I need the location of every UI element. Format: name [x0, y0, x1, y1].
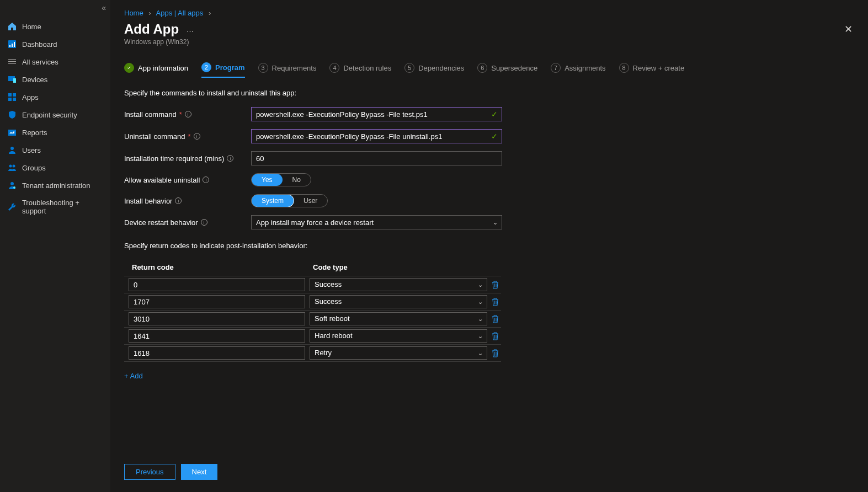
delete-icon[interactable]: [492, 280, 499, 289]
return-code-input[interactable]: [129, 329, 305, 343]
tab-requirements[interactable]: 3Requirements: [258, 62, 317, 78]
sidebar-item-devices[interactable]: Devices: [0, 71, 110, 88]
home-icon: [8, 22, 17, 31]
check-icon: [124, 63, 134, 73]
delete-icon[interactable]: [492, 314, 499, 323]
delete-icon[interactable]: [492, 331, 499, 340]
return-code-row: Success ⌄: [124, 293, 501, 310]
info-icon[interactable]: i: [227, 155, 233, 162]
code-type-select[interactable]: Soft reboot: [310, 312, 487, 325]
sidebar-item-label: Endpoint security: [22, 111, 77, 119]
sidebar-item-label: Users: [22, 146, 41, 154]
install-time-label: Installation time required (mins) i: [124, 154, 251, 163]
check-icon: ✓: [491, 110, 498, 119]
sidebar-item-groups[interactable]: Groups: [0, 159, 110, 177]
return-code-input[interactable]: [129, 278, 305, 291]
groups-icon: [8, 163, 17, 172]
sidebar-item-home[interactable]: Home: [0, 18, 110, 35]
tab-supersedence[interactable]: 6Supersedence: [477, 62, 537, 78]
close-icon[interactable]: ✕: [844, 23, 853, 35]
previous-button[interactable]: Previous: [124, 464, 175, 480]
info-icon[interactable]: i: [185, 111, 191, 117]
add-return-code-link[interactable]: + Add: [124, 372, 854, 380]
install-behavior-user[interactable]: User: [294, 195, 327, 207]
svg-rect-3: [8, 93, 12, 97]
sidebar-item-users[interactable]: Users: [0, 141, 110, 159]
sidebar-item-reports[interactable]: Reports: [0, 124, 110, 141]
chevron-right-icon: ›: [209, 9, 211, 17]
code-type-select[interactable]: Hard reboot: [310, 329, 487, 343]
install-time-input[interactable]: [251, 151, 502, 165]
wizard-tabs: App information2Program3Requirements4Det…: [110, 52, 868, 78]
install-command-input[interactable]: [251, 107, 502, 121]
sidebar-item-dashboard[interactable]: Dashboard: [0, 35, 110, 53]
tab-label: Program: [215, 63, 244, 72]
svg-point-10: [13, 165, 15, 168]
tab-detection-rules[interactable]: 4Detection rules: [329, 62, 391, 78]
tab-app-information[interactable]: App information: [124, 62, 188, 78]
restart-behavior-select[interactable]: App install may force a device restart: [251, 215, 502, 229]
info-icon[interactable]: i: [201, 219, 207, 226]
form-content: Specify the commands to install and unin…: [110, 78, 868, 456]
more-icon[interactable]: ⋯: [187, 27, 194, 35]
tab-dependencies[interactable]: 5Dependencies: [404, 62, 464, 78]
sidebar-item-tenant-administration[interactable]: Tenant administration: [0, 177, 110, 194]
breadcrumb-apps[interactable]: Apps | All apps: [156, 9, 204, 17]
info-icon[interactable]: i: [203, 177, 209, 183]
collapse-sidebar-icon[interactable]: «: [102, 3, 106, 12]
tab-program[interactable]: 2Program: [201, 62, 244, 78]
info-icon[interactable]: i: [194, 133, 200, 140]
breadcrumb-home[interactable]: Home: [124, 9, 143, 17]
restart-behavior-label: Device restart behavior i: [124, 218, 251, 227]
sidebar-item-label: Home: [22, 23, 41, 31]
tab-assignments[interactable]: 7Assignments: [551, 62, 605, 78]
sidebar-item-troubleshooting-support[interactable]: Troubleshooting + support: [0, 194, 110, 220]
step-number: 5: [404, 63, 414, 73]
chevron-right-icon: ›: [148, 9, 151, 17]
return-code-input[interactable]: [129, 295, 305, 308]
step-number: 8: [619, 63, 629, 73]
svg-rect-2: [13, 78, 16, 83]
return-code-row: Hard reboot ⌄: [124, 327, 501, 344]
sidebar-item-label: Devices: [22, 76, 47, 84]
step-number: 7: [551, 63, 561, 73]
next-button[interactable]: Next: [181, 464, 218, 480]
return-code-header: Return code: [132, 263, 313, 271]
delete-icon[interactable]: [492, 297, 499, 306]
return-code-input[interactable]: [129, 346, 305, 360]
tab-review-create[interactable]: 8Review + create: [619, 62, 685, 78]
code-type-select[interactable]: Success: [310, 295, 487, 308]
step-number: 6: [477, 63, 487, 73]
step-number: 2: [201, 62, 211, 72]
code-type-select[interactable]: Retry: [310, 346, 487, 360]
uninstall-command-label: Uninstall command* i: [124, 132, 251, 141]
sidebar-item-all-services[interactable]: All services: [0, 53, 110, 71]
section1-text: Specify the commands to install and unin…: [124, 89, 854, 97]
delete-icon[interactable]: [492, 349, 499, 357]
svg-point-11: [10, 182, 14, 185]
svg-rect-7: [8, 130, 16, 136]
admin-icon: [8, 181, 17, 190]
uninstall-command-input[interactable]: [251, 129, 502, 143]
sidebar-item-apps[interactable]: Apps: [0, 88, 110, 106]
allow-uninstall-yes[interactable]: Yes: [252, 174, 283, 186]
page-header: Add App ⋯ Windows app (Win32): [110, 19, 868, 52]
devices-icon: [8, 75, 17, 84]
sidebar-item-label: Tenant administration: [22, 181, 90, 190]
sidebar: « HomeDashboardAll servicesDevicesAppsEn…: [0, 0, 110, 492]
info-icon[interactable]: i: [175, 197, 182, 204]
return-code-row: Soft reboot ⌄: [124, 310, 501, 327]
svg-point-8: [10, 147, 14, 150]
shield-icon: [8, 110, 17, 119]
return-code-row: Retry ⌄: [124, 344, 501, 362]
allow-uninstall-label: Allow available uninstall i: [124, 176, 251, 184]
code-type-select[interactable]: Success: [310, 278, 487, 291]
sidebar-item-endpoint-security[interactable]: Endpoint security: [0, 106, 110, 124]
install-behavior-system[interactable]: System: [251, 194, 294, 207]
wizard-footer: Previous Next: [110, 456, 868, 492]
svg-rect-4: [13, 93, 16, 97]
nav-list: HomeDashboardAll servicesDevicesAppsEndp…: [0, 18, 110, 220]
step-number: 3: [258, 63, 268, 73]
allow-uninstall-no[interactable]: No: [283, 174, 311, 186]
return-code-input[interactable]: [129, 312, 305, 325]
